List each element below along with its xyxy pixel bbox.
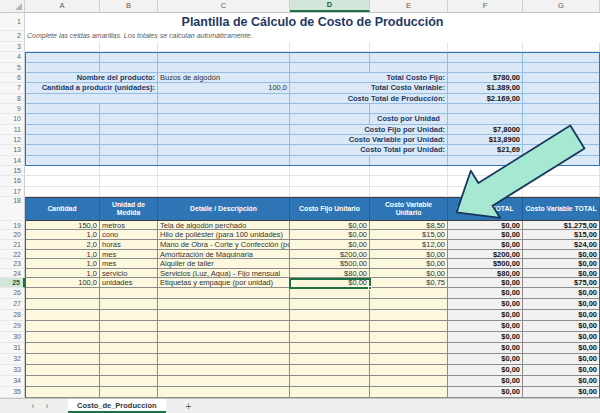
cell[interactable] <box>158 376 290 387</box>
cell[interactable]: 150,0 <box>25 221 100 231</box>
cell[interactable]: $0,00 <box>370 269 448 279</box>
cell[interactable] <box>523 187 600 197</box>
cell[interactable]: $0,00 <box>290 221 370 231</box>
cell[interactable] <box>290 52 370 62</box>
cell[interactable]: $0,00 <box>523 365 600 376</box>
cell[interactable]: $0,00 <box>523 259 600 269</box>
cell[interactable]: $0,00 <box>523 354 600 365</box>
column-header-d-selected[interactable]: D <box>290 0 370 12</box>
table-header-cantidad[interactable]: Cantidad <box>25 197 100 221</box>
cell[interactable] <box>523 104 600 114</box>
cell[interactable]: Alquiler de taller <box>158 259 290 269</box>
cell[interactable] <box>158 321 290 332</box>
cell[interactable] <box>370 104 448 114</box>
column-header-f[interactable]: F <box>448 0 523 12</box>
table-header-costo-variable-total[interactable]: Costo Variable TOTAL <box>523 197 600 221</box>
cell[interactable]: $200,00 <box>448 250 523 260</box>
row-header[interactable]: 7 <box>0 83 25 93</box>
sheet-subtitle[interactable]: Complete las celdas amarillas. Los total… <box>25 31 600 42</box>
cell[interactable] <box>100 376 158 387</box>
cell[interactable]: $0,00 <box>290 230 370 240</box>
cell[interactable] <box>290 166 370 176</box>
cell[interactable] <box>158 94 290 104</box>
cell[interactable]: $24,00 <box>523 240 600 250</box>
row-header[interactable]: 34 <box>0 376 25 387</box>
cell[interactable] <box>158 354 290 365</box>
cell[interactable] <box>158 52 290 62</box>
table-header-costo-fijo-total[interactable]: Costo Fijo TOTAL <box>448 197 523 221</box>
table-header-unidad[interactable]: Unidad de Medida <box>100 197 158 221</box>
unit-variable-cost-value[interactable]: $13,8900 <box>448 135 523 145</box>
cell[interactable] <box>290 354 370 365</box>
row-header[interactable]: 22 <box>0 250 25 260</box>
cell[interactable] <box>158 343 290 354</box>
cell[interactable] <box>290 321 370 332</box>
cell[interactable]: Hilo de poliéster (para 100 unidades) <box>158 230 290 240</box>
row-header[interactable]: 2 <box>0 31 25 42</box>
cell[interactable] <box>158 288 290 299</box>
cell[interactable]: $0,00 <box>448 321 523 332</box>
cell[interactable]: 100,0 <box>25 278 100 288</box>
cell[interactable] <box>448 42 523 52</box>
unit-total-cost-label[interactable]: Costo Total por Unidad: <box>290 145 448 155</box>
cell[interactable] <box>290 156 370 166</box>
cell[interactable] <box>25 145 100 155</box>
cell[interactable] <box>370 166 448 176</box>
cell[interactable] <box>290 104 370 114</box>
cell[interactable]: horas <box>100 240 158 250</box>
row-header[interactable]: 4 <box>0 52 25 62</box>
cell[interactable]: $15,00 <box>370 230 448 240</box>
cell[interactable] <box>100 365 158 376</box>
cell[interactable] <box>290 114 370 124</box>
cell[interactable] <box>100 63 158 73</box>
cell[interactable]: $0,00 <box>523 310 600 321</box>
product-name-value[interactable]: Buzos de algodón <box>158 73 290 83</box>
cell[interactable] <box>370 321 448 332</box>
cell[interactable]: $500,00 <box>448 259 523 269</box>
cell[interactable] <box>158 332 290 343</box>
cell[interactable] <box>370 63 448 73</box>
row-header[interactable]: 19 <box>0 221 25 231</box>
cell[interactable]: $0,00 <box>448 376 523 387</box>
cell[interactable] <box>158 104 290 114</box>
cell[interactable] <box>158 42 290 52</box>
cell[interactable] <box>523 135 600 145</box>
cell[interactable] <box>158 365 290 376</box>
cell[interactable]: $0,00 <box>523 288 600 299</box>
unit-fixed-cost-value[interactable]: $7,8000 <box>448 125 523 135</box>
cell[interactable]: $0,00 <box>448 278 523 288</box>
row-header[interactable]: 15 <box>0 166 25 176</box>
cell[interactable] <box>100 104 158 114</box>
row-header[interactable]: 33 <box>0 365 25 376</box>
total-variable-cost-label[interactable]: Total Costo Variable: <box>290 83 448 93</box>
total-fixed-cost-value[interactable]: $780,00 <box>448 73 523 83</box>
cell[interactable] <box>158 63 290 73</box>
cell[interactable] <box>448 104 523 114</box>
cell[interactable]: Etiquetas y empaque (por unidad) <box>158 278 290 288</box>
cell[interactable] <box>290 288 370 299</box>
cell[interactable] <box>100 343 158 354</box>
total-variable-cost-value[interactable]: $1.389,00 <box>448 83 523 93</box>
quantity-value[interactable]: 100,0 <box>158 83 290 93</box>
cell[interactable] <box>100 42 158 52</box>
cell[interactable] <box>25 343 100 354</box>
row-header[interactable]: 30 <box>0 332 25 343</box>
cell[interactable]: unidades <box>100 278 158 288</box>
cell[interactable] <box>25 42 100 52</box>
cell[interactable] <box>290 332 370 343</box>
cell[interactable]: $500,00 <box>290 259 370 269</box>
cell[interactable]: $80,00 <box>290 269 370 279</box>
row-header[interactable]: 12 <box>0 135 25 145</box>
cell[interactable] <box>25 365 100 376</box>
row-header[interactable]: 1 <box>0 13 25 31</box>
cell[interactable]: $0,00 <box>448 354 523 365</box>
cell[interactable]: 1,0 <box>25 259 100 269</box>
row-header[interactable]: 28 <box>0 310 25 321</box>
cell[interactable] <box>100 299 158 310</box>
column-header-g[interactable]: G <box>523 0 600 12</box>
cell[interactable]: $0,00 <box>448 230 523 240</box>
row-header[interactable]: 27 <box>0 299 25 310</box>
cell[interactable] <box>448 52 523 62</box>
cell[interactable] <box>100 332 158 343</box>
cell[interactable]: $0,00 <box>448 221 523 231</box>
